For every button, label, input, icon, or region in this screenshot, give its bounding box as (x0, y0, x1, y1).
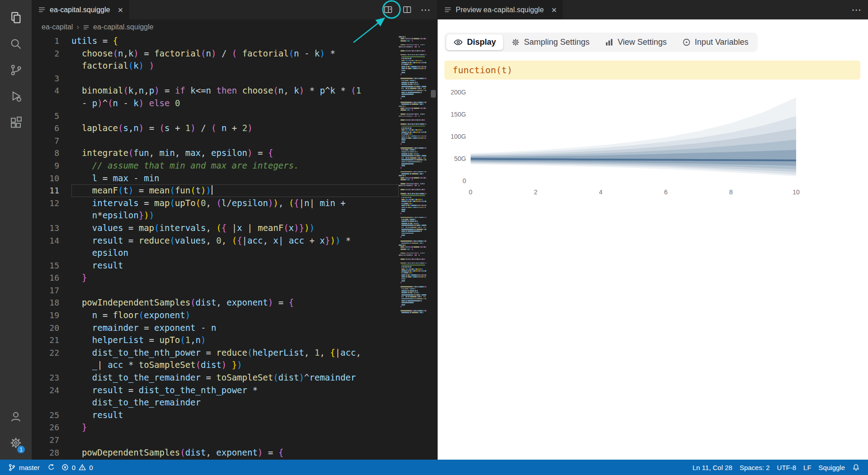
eol-sequence[interactable]: LF (800, 464, 815, 471)
code-row[interactable]: 5 (32, 110, 399, 122)
code-line-content[interactable]: integrate(fun, min, max, epsilon) = { (71, 147, 399, 160)
line-number[interactable]: 9 (32, 160, 71, 172)
code-editor[interactable]: 1utils = {2 choose(n,k) = factorial(n) /… (32, 35, 399, 460)
code-row[interactable]: 28 powDependentSamples(dist, exponent) =… (32, 447, 399, 459)
code-row[interactable]: _| acc * toSampleSet(dist) }) (32, 359, 399, 372)
code-row[interactable]: 13 values = map(intervals, ({ |x | meanF… (32, 222, 399, 235)
code-line-content[interactable]: result = reduce(values, 0, ({|acc, x| ac… (71, 235, 399, 247)
line-number[interactable]: 17 (32, 284, 71, 297)
breadcrumb-folder[interactable]: ea-capital (42, 23, 73, 31)
code-line-content[interactable]: values = map(intervals, ({ |x | meanF(x)… (71, 222, 399, 235)
line-number[interactable]: 5 (32, 110, 71, 122)
sync-item[interactable] (43, 460, 58, 475)
code-line-content[interactable]: dist_to_the_nth_power = reduce(helperLis… (71, 347, 399, 359)
tab-ea-capital-squiggle[interactable]: ea-capital.squiggle × (32, 0, 129, 19)
line-number[interactable]: 6 (32, 122, 71, 135)
line-number[interactable]: 24 (32, 384, 71, 397)
code-row[interactable]: 7 (32, 135, 399, 147)
code-row[interactable]: 2 choose(n,k) = factorial(n) / ( factori… (32, 47, 399, 60)
code-line-content[interactable]: binomial(k,n,p) = if k<=n then choose(n,… (71, 85, 399, 97)
code-line-content[interactable]: distDependent = toSampleSet(dist) (71, 459, 399, 460)
code-line-content[interactable]: laplace(s,n) = (s + 1) / ( n + 2) (71, 122, 399, 135)
code-line-content[interactable]: helperList = upTo(1,n) (71, 334, 399, 347)
settings-gear-icon[interactable]: 1 (3, 430, 28, 456)
code-row[interactable]: 1utils = { (32, 35, 399, 47)
line-number[interactable]: 28 (32, 447, 71, 459)
code-line-content[interactable]: // assume that min and max are integers. (71, 160, 399, 172)
code-row[interactable]: 21 helperList = upTo(1,n) (32, 334, 399, 347)
scrollbar[interactable] (426, 35, 437, 460)
line-number[interactable] (32, 359, 71, 372)
extensions-icon[interactable] (3, 109, 28, 136)
code-line-content[interactable]: dist_to_the_remainder (71, 396, 399, 409)
code-line-content[interactable]: _| acc * toSampleSet(dist) }) (71, 359, 399, 372)
line-number[interactable]: 3 (32, 72, 71, 85)
tab-input-variables[interactable]: Input Variables (675, 34, 756, 50)
tab-preview[interactable]: Preview ea-capital.squiggle × (438, 0, 563, 19)
code-row[interactable]: n*epsilon})) (32, 209, 399, 222)
line-number[interactable]: 12 (32, 197, 71, 210)
accounts-icon[interactable] (3, 404, 28, 430)
code-row[interactable]: 24 result = dist_to_the_nth_power * (32, 384, 399, 397)
code-row[interactable]: 14 result = reduce(values, 0, ({|acc, x|… (32, 235, 399, 247)
code-line-content[interactable]: n = floor(exponent) (71, 309, 399, 322)
line-number[interactable]: 22 (32, 347, 71, 359)
code-line-content[interactable]: factorial(k) ) (71, 60, 399, 72)
line-number[interactable]: 20 (32, 322, 71, 334)
code-line-content[interactable] (71, 110, 399, 122)
code-line-content[interactable]: utils = { (71, 35, 399, 47)
code-row[interactable]: 27 (32, 434, 399, 447)
line-number[interactable]: 21 (32, 334, 71, 347)
code-row[interactable]: 26 } (32, 421, 399, 434)
code-line-content[interactable]: powIndependentSamples(dist, exponent) = … (71, 296, 399, 309)
cursor-position[interactable]: Ln 11, Col 28 (689, 464, 736, 471)
code-line-content[interactable]: epsilon (71, 247, 399, 259)
code-line-content[interactable]: result (71, 259, 399, 272)
code-row[interactable]: 20 remainder = exponent - n (32, 322, 399, 334)
code-line-content[interactable]: intervals = map(upTo(0, (l/epsilon)), ({… (71, 197, 399, 210)
code-row[interactable]: 6 laplace(s,n) = (s + 1) / ( n + 2) (32, 122, 399, 135)
run-debug-icon[interactable] (3, 83, 28, 109)
code-row[interactable]: 23 dist_to_the_remainder = toSampleSet(d… (32, 372, 399, 384)
code-line-content[interactable]: powDependentSamples(dist, exponent) = { (71, 447, 399, 459)
explorer-icon[interactable] (3, 5, 28, 31)
line-number[interactable]: 14 (32, 235, 71, 247)
line-number[interactable] (32, 396, 71, 409)
tab-sampling-settings[interactable]: Sampling Settings (504, 34, 597, 50)
code-row[interactable]: 3 (32, 72, 399, 85)
close-icon[interactable]: × (118, 5, 123, 14)
code-row[interactable]: 4 binomial(k,n,p) = if k<=n then choose(… (32, 85, 399, 97)
code-line-content[interactable] (71, 135, 399, 147)
encoding[interactable]: UTF-8 (774, 464, 800, 471)
source-control-icon[interactable] (3, 57, 28, 83)
code-row[interactable]: - p)^(n - k) else 0 (32, 97, 399, 110)
code-line-content[interactable]: } (71, 421, 399, 434)
code-row[interactable]: 19 n = floor(exponent) (32, 309, 399, 322)
code-line-content[interactable]: remainder = exponent - n (71, 322, 399, 334)
git-branch-item[interactable]: master (5, 460, 43, 475)
code-row[interactable]: 15 result (32, 259, 399, 272)
code-row[interactable]: 18 powIndependentSamples(dist, exponent)… (32, 296, 399, 309)
line-number[interactable]: 2 (32, 47, 71, 60)
line-number[interactable]: 11 (32, 184, 71, 197)
code-line-content[interactable]: result (71, 409, 399, 422)
code-row[interactable]: 16 } (32, 272, 399, 284)
open-preview-to-side-icon[interactable] (382, 5, 393, 15)
split-editor-icon[interactable] (401, 5, 412, 15)
code-row[interactable]: epsilon (32, 247, 399, 259)
language-mode[interactable]: Squiggle (815, 464, 849, 471)
code-row[interactable]: dist_to_the_remainder (32, 396, 399, 409)
code-row[interactable]: 10 l = max - min (32, 172, 399, 185)
code-row[interactable]: 8 integrate(fun, min, max, epsilon) = { (32, 147, 399, 160)
close-icon[interactable]: × (552, 5, 557, 14)
function-banner[interactable]: function(t) (444, 61, 860, 80)
code-line-content[interactable]: result = dist_to_the_nth_power * (71, 384, 399, 397)
line-number[interactable]: 8 (32, 147, 71, 160)
code-line-content[interactable] (71, 284, 399, 297)
notifications-item[interactable] (849, 464, 863, 471)
line-number[interactable]: 4 (32, 85, 71, 97)
line-number[interactable]: 26 (32, 421, 71, 434)
code-line-content[interactable]: l = max - min (71, 172, 399, 185)
breadcrumb-file[interactable]: ea-capital.squiggle (93, 23, 153, 31)
minimap[interactable] (399, 35, 426, 460)
